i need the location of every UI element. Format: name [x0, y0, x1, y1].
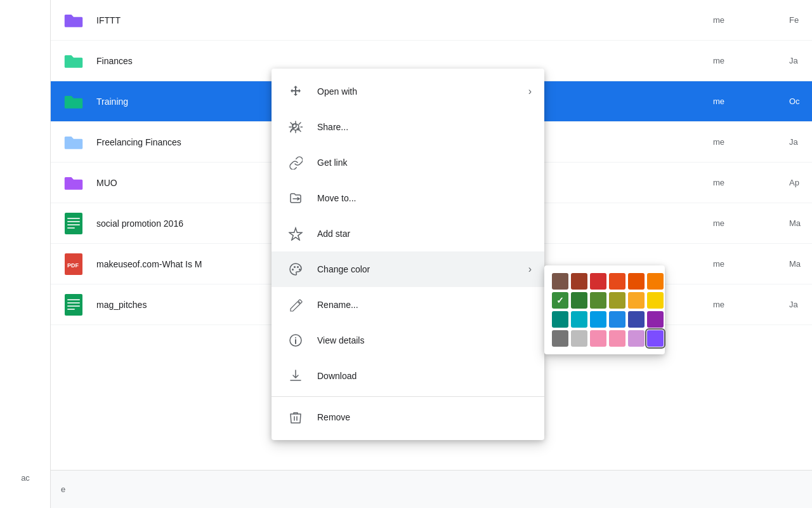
menu-label-share: Share...	[317, 122, 532, 132]
svg-point-19	[295, 337, 296, 338]
color-swatch[interactable]	[590, 273, 606, 290]
trash-icon	[284, 406, 307, 429]
svg-point-14	[292, 269, 294, 271]
file-date: Fe	[789, 15, 812, 25]
color-swatch[interactable]	[571, 273, 587, 290]
sheets-icon	[61, 211, 86, 236]
menu-label-rename: Rename...	[317, 300, 532, 310]
file-name: Finances	[96, 56, 713, 66]
color-swatch[interactable]	[609, 311, 625, 328]
color-swatch[interactable]	[628, 273, 645, 290]
file-owner: me	[713, 56, 789, 65]
file-date: Ja	[789, 56, 812, 65]
file-row[interactable]: IFTTT me Fe	[51, 0, 812, 41]
menu-item-change-color[interactable]: Change color ›	[272, 251, 544, 287]
svg-point-17	[299, 269, 301, 271]
color-swatch[interactable]	[609, 292, 625, 309]
file-owner: me	[713, 259, 789, 269]
svg-rect-3	[67, 224, 80, 225]
folder-icon	[61, 48, 86, 74]
color-swatch[interactable]	[552, 273, 568, 290]
menu-label-remove: Remove	[317, 412, 532, 422]
color-swatch[interactable]	[571, 292, 587, 309]
folder-icon	[61, 89, 86, 114]
folder-icon	[61, 170, 86, 196]
color-swatch[interactable]	[647, 311, 664, 328]
svg-rect-7	[65, 294, 82, 316]
move-to-icon	[284, 187, 307, 210]
share-icon	[284, 116, 307, 138]
color-swatch[interactable]	[590, 311, 606, 328]
color-swatch[interactable]	[628, 311, 645, 328]
file-date: Ma	[789, 218, 812, 228]
menu-item-download[interactable]: Download	[272, 358, 544, 394]
open-with-icon	[284, 80, 307, 103]
folder-icon	[61, 130, 86, 155]
color-swatch[interactable]	[590, 292, 606, 309]
palette-icon	[284, 258, 307, 281]
menu-label-move-to: Move to...	[317, 193, 532, 203]
svg-rect-0	[65, 213, 82, 234]
color-swatch-selected[interactable]	[647, 330, 664, 347]
pdf-icon: PDF	[61, 251, 86, 277]
color-swatch-checked[interactable]	[552, 292, 568, 309]
svg-text:PDF: PDF	[67, 262, 79, 269]
svg-point-16	[297, 266, 299, 268]
file-date: Ma	[789, 259, 812, 269]
menu-label-open-with: Open with	[317, 86, 528, 97]
sheets-icon	[61, 292, 86, 318]
svg-rect-9	[67, 302, 80, 304]
color-swatch[interactable]	[628, 292, 645, 309]
color-swatch[interactable]	[628, 330, 645, 347]
svg-rect-8	[67, 299, 80, 300]
menu-item-view-details[interactable]: View details	[272, 323, 544, 358]
submenu-arrow: ›	[528, 264, 532, 275]
menu-item-get-link[interactable]: Get link	[272, 145, 544, 180]
file-owner: me	[713, 178, 789, 187]
menu-item-share[interactable]: Share...	[272, 109, 544, 145]
menu-label-get-link: Get link	[317, 157, 532, 168]
svg-rect-4	[67, 227, 75, 229]
file-owner: me	[713, 15, 789, 25]
rename-icon	[284, 293, 307, 316]
color-swatch[interactable]	[647, 292, 664, 309]
file-owner: me	[713, 300, 789, 309]
menu-item-add-star[interactable]: Add star	[272, 216, 544, 251]
sidebar-label: ac	[0, 473, 51, 483]
color-swatch[interactable]	[609, 330, 625, 347]
context-menu: Open with › Share...	[272, 69, 544, 440]
star-icon	[284, 222, 307, 245]
file-owner: me	[713, 137, 789, 147]
menu-item-remove[interactable]: Remove	[272, 399, 544, 435]
file-date: Ap	[789, 178, 812, 187]
menu-divider	[272, 396, 544, 397]
color-swatch[interactable]	[647, 273, 664, 290]
menu-item-open-with[interactable]: Open with ›	[272, 74, 544, 109]
menu-item-rename[interactable]: Rename...	[272, 287, 544, 323]
color-swatch[interactable]	[571, 330, 587, 347]
storage-label: e	[61, 485, 65, 494]
color-grid	[552, 273, 657, 347]
folder-icon	[61, 8, 86, 33]
color-swatch[interactable]	[609, 273, 625, 290]
color-swatch[interactable]	[571, 311, 587, 328]
svg-rect-1	[67, 218, 80, 219]
color-picker-submenu	[544, 265, 665, 354]
file-date: Oc	[789, 97, 812, 106]
svg-rect-2	[67, 221, 80, 222]
menu-item-move-to[interactable]: Move to...	[272, 180, 544, 216]
menu-label-add-star: Add star	[317, 229, 532, 239]
menu-label-download: Download	[317, 371, 532, 381]
svg-rect-11	[67, 309, 75, 310]
color-swatch[interactable]	[552, 311, 568, 328]
file-date: Ja	[789, 137, 812, 147]
file-date: Ja	[789, 300, 812, 309]
link-icon	[284, 151, 307, 174]
info-icon	[284, 329, 307, 352]
menu-label-view-details: View details	[317, 335, 532, 345]
download-icon	[284, 364, 307, 387]
color-swatch[interactable]	[552, 330, 568, 347]
svg-rect-10	[67, 305, 80, 307]
svg-point-15	[294, 266, 296, 268]
color-swatch[interactable]	[590, 330, 606, 347]
